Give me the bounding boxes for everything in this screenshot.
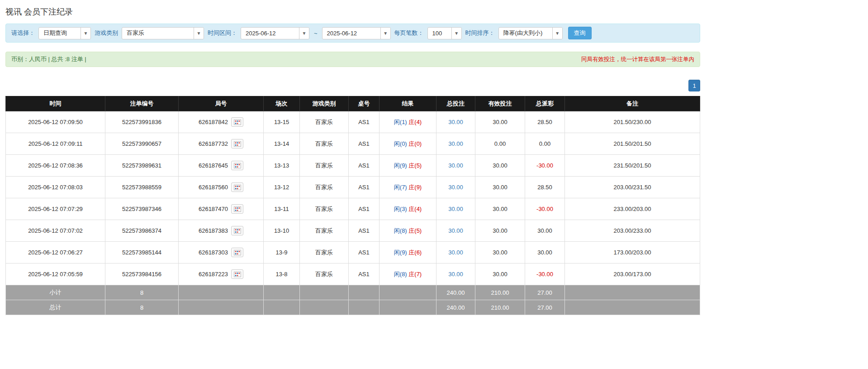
cell-session: 13-12 [264, 177, 300, 198]
roadmap-button[interactable] [231, 117, 243, 127]
total-bet-link[interactable]: 30.00 [448, 140, 463, 147]
cell-game-type: 百家乐 [300, 264, 349, 285]
subtotal-count: 8 [105, 285, 179, 300]
total-payout: 27.00 [525, 300, 565, 315]
date-range-label: 时间区间： [208, 29, 237, 37]
cell-remark: 203.00/233.00 [565, 220, 700, 242]
game-type-select[interactable]: 百家乐 ▼ [122, 27, 204, 39]
cell-valid-bet: 30.00 [475, 264, 525, 285]
header-session: 场次 [264, 96, 300, 111]
table-row: 2025-06-12 07:09:50522573991836626187842… [6, 111, 700, 133]
cell-game-type: 百家乐 [300, 111, 349, 133]
cell-game-type: 百家乐 [300, 155, 349, 177]
cell-session: 13-15 [264, 111, 300, 133]
chevron-down-icon: ▼ [552, 28, 562, 39]
cell-payout: 30.00 [525, 220, 565, 242]
total-bet-link[interactable]: 30.00 [448, 162, 463, 169]
cell-result: 闲(9) 庄(6) [379, 242, 436, 264]
header-total-bet: 总投注 [436, 96, 475, 111]
chevron-down-icon: ▼ [81, 28, 90, 39]
cell-remark: 231.50/201.50 [565, 155, 700, 177]
result-banker: 庄(0) [408, 140, 422, 147]
result-banker: 庄(5) [408, 162, 422, 169]
cell-payout: 28.50 [525, 177, 565, 198]
chevron-down-icon: ▼ [194, 28, 204, 39]
cell-bet-id: 522573984156 [105, 264, 179, 285]
date-to-picker[interactable]: 2025-06-12 ▼ [322, 27, 391, 39]
total-bet-link[interactable]: 30.00 [448, 119, 463, 125]
subtotal-label: 小计 [6, 285, 105, 300]
chevron-down-icon: ▼ [380, 28, 390, 39]
table-header: 时间 注单编号 局号 场次 游戏类别 桌号 结果 总投注 有效投注 总派彩 备注 [6, 96, 700, 111]
cell-valid-bet: 0.00 [475, 133, 525, 155]
round-id-value: 626187645 [199, 162, 228, 169]
roadmap-button[interactable] [231, 182, 243, 192]
cell-game-type: 百家乐 [300, 220, 349, 242]
cell-session: 13-9 [264, 242, 300, 264]
cell-result: 闲(8) 庄(5) [379, 220, 436, 242]
page-size-select[interactable]: 100 ▼ [427, 27, 462, 39]
cell-round-id: 626187470 [179, 198, 264, 220]
cell-game-type: 百家乐 [300, 177, 349, 198]
header-remark: 备注 [565, 96, 700, 111]
cell-time: 2025-06-12 07:05:59 [6, 264, 105, 285]
total-bet-link[interactable]: 30.00 [448, 184, 463, 191]
total-bet-link[interactable]: 30.00 [448, 227, 463, 234]
table-row: 2025-06-12 07:07:29522573987346626187470… [6, 198, 700, 220]
date-range-separator: ~ [314, 30, 318, 37]
roadmap-button[interactable] [231, 161, 243, 170]
page-container: 视讯 会员下注纪录 请选择： 日期查询 ▼ 游戏类别 百家乐 ▼ 时间区间： 2… [0, 0, 700, 315]
cell-game-type: 百家乐 [300, 198, 349, 220]
cell-table-no: AS1 [349, 242, 379, 264]
total-bet-link[interactable]: 30.00 [448, 206, 463, 212]
cell-session: 13-10 [264, 220, 300, 242]
table-row: 2025-06-12 07:08:36522573989631626187645… [6, 155, 700, 177]
roadmap-button[interactable] [231, 139, 243, 149]
pagination-page-1-button[interactable]: 1 [688, 80, 700, 91]
summary-notice: 同局有效投注，统一计算在该局第一张注单内 [581, 56, 694, 63]
cell-round-id: 626187842 [179, 111, 264, 133]
sort-select[interactable]: 降幂(由大到小) ▼ [498, 27, 563, 39]
cell-round-id: 626187645 [179, 155, 264, 177]
game-type-value: 百家乐 [122, 28, 194, 39]
roadmap-button[interactable] [231, 248, 243, 257]
cell-round-id: 626187223 [179, 264, 264, 285]
cell-result: 闲(8) 庄(7) [379, 264, 436, 285]
total-bet-link[interactable]: 30.00 [448, 271, 463, 278]
cell-table-no: AS1 [349, 177, 379, 198]
bets-table: 时间 注单编号 局号 场次 游戏类别 桌号 结果 总投注 有效投注 总派彩 备注… [5, 96, 700, 315]
total-count: 8 [105, 300, 179, 315]
round-id-value: 626187560 [199, 184, 228, 191]
page-size-label: 每页笔数： [394, 29, 424, 37]
query-type-value: 日期查询 [39, 28, 81, 39]
round-id-value: 626187303 [199, 249, 228, 256]
roadmap-button[interactable] [231, 269, 243, 279]
cell-valid-bet: 30.00 [475, 242, 525, 264]
cell-payout: -30.00 [525, 198, 565, 220]
cell-time: 2025-06-12 07:08:03 [6, 177, 105, 198]
sort-value: 降幂(由大到小) [499, 28, 552, 39]
result-player: 闲(9) [394, 162, 407, 169]
cell-valid-bet: 30.00 [475, 198, 525, 220]
cell-game-type: 百家乐 [300, 133, 349, 155]
table-row: 2025-06-12 07:07:02522573986374626187383… [6, 220, 700, 242]
date-from-picker[interactable]: 2025-06-12 ▼ [241, 27, 309, 39]
round-id-value: 626187732 [199, 140, 228, 147]
cell-session: 13-13 [264, 155, 300, 177]
result-player: 闲(3) [394, 206, 407, 212]
header-table-no: 桌号 [349, 96, 379, 111]
roadmap-button[interactable] [231, 204, 243, 214]
roadmap-button[interactable] [231, 226, 243, 235]
cell-round-id: 626187303 [179, 242, 264, 264]
cell-valid-bet: 30.00 [475, 155, 525, 177]
header-payout: 总派彩 [525, 96, 565, 111]
total-bet-link[interactable]: 30.00 [448, 249, 463, 256]
result-player: 闲(0) [394, 140, 407, 147]
cell-total-bet: 30.00 [436, 111, 475, 133]
query-type-select[interactable]: 日期查询 ▼ [38, 27, 91, 39]
cell-bet-id: 522573990657 [105, 133, 179, 155]
search-button[interactable]: 查询 [568, 27, 592, 39]
game-type-label: 游戏类别 [95, 29, 118, 37]
roadmap-icon [234, 250, 241, 255]
header-result: 结果 [379, 96, 436, 111]
